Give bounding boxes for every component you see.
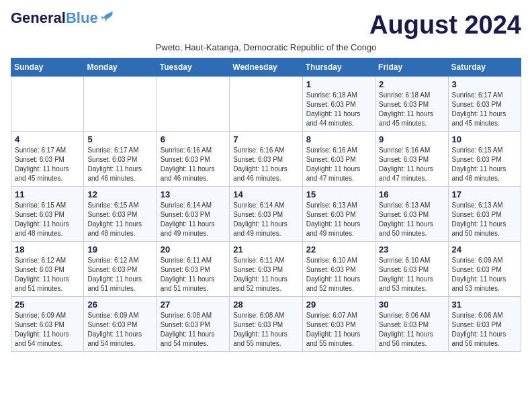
day-number: 5 [87, 134, 152, 144]
day-number: 21 [233, 244, 298, 255]
calendar-cell: 29Sunrise: 6:07 AM Sunset: 6:03 PM Dayli… [302, 297, 375, 352]
weekday-header-wednesday: Wednesday [230, 58, 302, 77]
calendar-cell: 2Sunrise: 6:18 AM Sunset: 6:03 PM Daylig… [375, 77, 448, 132]
calendar-cell [84, 77, 157, 132]
calendar-week-row: 25Sunrise: 6:09 AM Sunset: 6:03 PM Dayli… [11, 297, 521, 352]
day-number: 6 [161, 134, 226, 144]
calendar-cell: 21Sunrise: 6:11 AM Sunset: 6:03 PM Dayli… [230, 242, 302, 297]
day-number: 9 [379, 134, 444, 144]
calendar-cell: 28Sunrise: 6:08 AM Sunset: 6:03 PM Dayli… [230, 297, 302, 352]
calendar-cell: 13Sunrise: 6:14 AM Sunset: 6:03 PM Dayli… [157, 187, 229, 242]
day-number: 20 [161, 244, 226, 255]
day-number: 1 [306, 79, 371, 89]
calendar-week-row: 4Sunrise: 6:17 AM Sunset: 6:03 PM Daylig… [11, 132, 521, 187]
day-number: 11 [15, 189, 80, 199]
day-number: 15 [306, 189, 371, 199]
day-number: 14 [233, 189, 298, 199]
calendar-cell: 18Sunrise: 6:12 AM Sunset: 6:03 PM Dayli… [11, 242, 84, 297]
day-info: Sunrise: 6:10 AM Sunset: 6:03 PM Dayligh… [306, 256, 371, 293]
day-number: 26 [87, 300, 152, 310]
day-info: Sunrise: 6:12 AM Sunset: 6:03 PM Dayligh… [87, 256, 152, 293]
subtitle: Pweto, Haut-Katanga, Democratic Republic… [11, 42, 521, 52]
weekday-header-friday: Friday [375, 58, 448, 77]
day-number: 29 [306, 300, 371, 310]
day-info: Sunrise: 6:06 AM Sunset: 6:03 PM Dayligh… [452, 311, 517, 349]
page-header: GeneralBlue August 2024 [11, 11, 521, 40]
calendar-week-row: 1Sunrise: 6:18 AM Sunset: 6:03 PM Daylig… [11, 77, 521, 132]
day-info: Sunrise: 6:13 AM Sunset: 6:03 PM Dayligh… [379, 201, 444, 238]
day-number: 27 [161, 300, 226, 310]
calendar-cell: 5Sunrise: 6:17 AM Sunset: 6:03 PM Daylig… [84, 132, 157, 187]
day-info: Sunrise: 6:08 AM Sunset: 6:03 PM Dayligh… [233, 311, 298, 349]
day-number: 22 [306, 244, 371, 255]
calendar-cell [230, 77, 302, 132]
day-number: 30 [379, 300, 444, 310]
calendar-cell: 19Sunrise: 6:12 AM Sunset: 6:03 PM Dayli… [84, 242, 157, 297]
calendar-cell [11, 77, 84, 132]
day-number: 25 [15, 300, 80, 310]
logo-text: GeneralBlue [11, 11, 98, 26]
day-info: Sunrise: 6:09 AM Sunset: 6:03 PM Dayligh… [15, 311, 80, 349]
calendar-cell: 15Sunrise: 6:13 AM Sunset: 6:03 PM Dayli… [302, 187, 375, 242]
calendar-cell: 9Sunrise: 6:16 AM Sunset: 6:03 PM Daylig… [375, 132, 448, 187]
calendar-cell: 14Sunrise: 6:14 AM Sunset: 6:03 PM Dayli… [230, 187, 302, 242]
day-info: Sunrise: 6:11 AM Sunset: 6:03 PM Dayligh… [233, 256, 298, 293]
day-info: Sunrise: 6:15 AM Sunset: 6:03 PM Dayligh… [87, 201, 152, 238]
day-number: 12 [87, 189, 152, 199]
calendar-cell: 22Sunrise: 6:10 AM Sunset: 6:03 PM Dayli… [302, 242, 375, 297]
day-info: Sunrise: 6:16 AM Sunset: 6:03 PM Dayligh… [161, 146, 226, 183]
day-number: 8 [306, 134, 371, 144]
calendar-cell: 17Sunrise: 6:13 AM Sunset: 6:03 PM Dayli… [448, 187, 521, 242]
day-info: Sunrise: 6:13 AM Sunset: 6:03 PM Dayligh… [452, 201, 517, 238]
calendar-cell: 1Sunrise: 6:18 AM Sunset: 6:03 PM Daylig… [302, 77, 375, 132]
day-number: 28 [233, 300, 298, 310]
day-info: Sunrise: 6:09 AM Sunset: 6:03 PM Dayligh… [452, 256, 517, 293]
day-info: Sunrise: 6:11 AM Sunset: 6:03 PM Dayligh… [161, 256, 226, 293]
day-info: Sunrise: 6:13 AM Sunset: 6:03 PM Dayligh… [306, 201, 371, 238]
calendar-cell: 12Sunrise: 6:15 AM Sunset: 6:03 PM Dayli… [84, 187, 157, 242]
day-info: Sunrise: 6:18 AM Sunset: 6:03 PM Dayligh… [306, 91, 371, 128]
day-number: 2 [379, 79, 444, 89]
day-info: Sunrise: 6:10 AM Sunset: 6:03 PM Dayligh… [379, 256, 444, 293]
day-info: Sunrise: 6:16 AM Sunset: 6:03 PM Dayligh… [379, 146, 444, 183]
day-number: 13 [161, 189, 226, 199]
day-number: 16 [379, 189, 444, 199]
day-info: Sunrise: 6:15 AM Sunset: 6:03 PM Dayligh… [15, 201, 80, 238]
day-info: Sunrise: 6:06 AM Sunset: 6:03 PM Dayligh… [379, 311, 444, 349]
day-info: Sunrise: 6:17 AM Sunset: 6:03 PM Dayligh… [15, 146, 80, 183]
day-number: 18 [15, 244, 80, 255]
day-number: 19 [87, 244, 152, 255]
weekday-header-sunday: Sunday [11, 58, 84, 77]
calendar-cell: 16Sunrise: 6:13 AM Sunset: 6:03 PM Dayli… [375, 187, 448, 242]
day-info: Sunrise: 6:12 AM Sunset: 6:03 PM Dayligh… [15, 256, 80, 293]
calendar-cell: 10Sunrise: 6:15 AM Sunset: 6:03 PM Dayli… [448, 132, 521, 187]
day-info: Sunrise: 6:08 AM Sunset: 6:03 PM Dayligh… [161, 311, 226, 349]
day-info: Sunrise: 6:07 AM Sunset: 6:03 PM Dayligh… [306, 311, 371, 349]
weekday-header-saturday: Saturday [448, 58, 521, 77]
calendar-cell: 30Sunrise: 6:06 AM Sunset: 6:03 PM Dayli… [375, 297, 448, 352]
day-number: 24 [452, 244, 517, 255]
weekday-header-tuesday: Tuesday [157, 58, 229, 77]
calendar-cell: 25Sunrise: 6:09 AM Sunset: 6:03 PM Dayli… [11, 297, 84, 352]
calendar-cell: 6Sunrise: 6:16 AM Sunset: 6:03 PM Daylig… [157, 132, 229, 187]
calendar-cell: 23Sunrise: 6:10 AM Sunset: 6:03 PM Dayli… [375, 242, 448, 297]
day-number: 3 [452, 79, 517, 89]
logo: GeneralBlue [11, 11, 114, 26]
day-info: Sunrise: 6:16 AM Sunset: 6:03 PM Dayligh… [233, 146, 298, 183]
day-info: Sunrise: 6:15 AM Sunset: 6:03 PM Dayligh… [452, 146, 517, 183]
calendar-cell: 8Sunrise: 6:16 AM Sunset: 6:03 PM Daylig… [302, 132, 375, 187]
calendar-cell: 20Sunrise: 6:11 AM Sunset: 6:03 PM Dayli… [157, 242, 229, 297]
day-info: Sunrise: 6:16 AM Sunset: 6:03 PM Dayligh… [306, 146, 371, 183]
calendar-week-row: 18Sunrise: 6:12 AM Sunset: 6:03 PM Dayli… [11, 242, 521, 297]
month-title: August 2024 [369, 11, 521, 40]
weekday-header-row: SundayMondayTuesdayWednesdayThursdayFrid… [11, 58, 521, 77]
day-info: Sunrise: 6:14 AM Sunset: 6:03 PM Dayligh… [233, 201, 298, 238]
calendar-cell [157, 77, 229, 132]
day-number: 7 [233, 134, 298, 144]
calendar-cell: 3Sunrise: 6:17 AM Sunset: 6:03 PM Daylig… [448, 77, 521, 132]
calendar-cell: 27Sunrise: 6:08 AM Sunset: 6:03 PM Dayli… [157, 297, 229, 352]
calendar-week-row: 11Sunrise: 6:15 AM Sunset: 6:03 PM Dayli… [11, 187, 521, 242]
calendar-cell: 7Sunrise: 6:16 AM Sunset: 6:03 PM Daylig… [230, 132, 302, 187]
weekday-header-thursday: Thursday [302, 58, 375, 77]
day-info: Sunrise: 6:18 AM Sunset: 6:03 PM Dayligh… [379, 91, 444, 128]
